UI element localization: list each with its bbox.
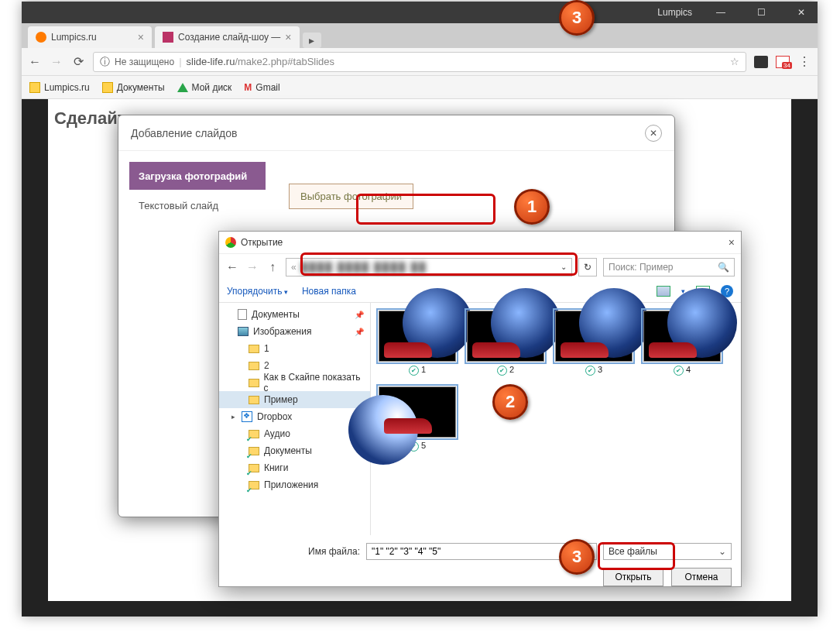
folder-sync-icon	[249, 464, 259, 472]
url-host: slide-life.ru	[187, 56, 235, 67]
favicon-icon	[163, 32, 173, 43]
window-title: Lumpics	[657, 7, 692, 18]
image-icon	[238, 327, 249, 336]
file-thumb-4[interactable]: 4	[643, 311, 721, 376]
folder-sync-icon	[249, 481, 259, 489]
tree-docs2[interactable]: Документы	[219, 442, 370, 459]
modal-tab-list: Загрузка фотографий Текстовый слайд	[118, 151, 273, 228]
view-mode-icon[interactable]	[657, 286, 670, 297]
dropbox-icon	[242, 411, 252, 422]
favicon-icon	[36, 32, 46, 43]
tree-folder-example[interactable]: Пример	[219, 391, 370, 408]
url-input[interactable]: ⓘ Не защищено | slide-life.ru/make2.php#…	[93, 52, 746, 72]
file-thumb-2[interactable]: 2	[467, 311, 544, 376]
browser-tabstrip: Lumpics.ru × Создание слайд-шоу — × ▸	[22, 23, 818, 48]
browser-tab-1[interactable]: Lumpics.ru ×	[28, 26, 152, 48]
cancel-button[interactable]: Отмена	[671, 568, 732, 586]
file-type-select[interactable]: Все файлы	[603, 543, 732, 560]
modal-header: Добавление слайдов ✕	[118, 115, 674, 151]
file-thumbnails: 1 2 3 4 5	[371, 303, 741, 535]
window-minimize[interactable]: —	[709, 7, 732, 18]
extension-icon[interactable]	[754, 56, 768, 68]
star-icon[interactable]: ☆	[730, 56, 739, 67]
filename-label: Имя файла:	[228, 546, 360, 557]
tab-upload-photos[interactable]: Загрузка фотографий	[129, 162, 266, 190]
nav-forward-icon[interactable]: →	[245, 260, 259, 274]
nav-up-icon[interactable]: ↑	[266, 260, 279, 274]
tree-folder-skype[interactable]: Как в Скайпе показать с	[219, 374, 370, 391]
gmail-icon: M	[244, 82, 252, 93]
refresh-button[interactable]: ↻	[578, 258, 597, 276]
folder-sync-icon	[249, 447, 259, 455]
tree-folder-1[interactable]: 1	[219, 340, 370, 357]
search-icon: 🔍	[718, 262, 729, 273]
window-titlebar: Lumpics — ☐ ✕	[22, 2, 818, 23]
choose-photos-button[interactable]: Выбрать фотографии	[289, 184, 413, 209]
nav-forward-icon[interactable]: →	[50, 55, 63, 69]
modal-close-button[interactable]: ✕	[645, 125, 662, 142]
tree-dropbox[interactable]: ▸Dropbox	[219, 408, 370, 425]
gmail-badge: 34	[782, 62, 792, 69]
dialog-nav: ← → ↑ « ████ ████ ████ ██ ⌄ ↻ Поиск: При…	[219, 253, 741, 280]
window-maximize[interactable]: ☐	[749, 7, 773, 18]
folder-icon	[249, 345, 259, 353]
dialog-toolbar: Упорядочить Новая папка ▾ ?	[219, 280, 741, 303]
tab-text-slide[interactable]: Текстовый слайд	[129, 191, 266, 219]
tab-label: Создание слайд-шоу —	[178, 32, 280, 43]
pin-icon: 📌	[355, 328, 364, 336]
tree-books[interactable]: Книги	[219, 459, 370, 476]
dialog-footer: Имя файла: Все файлы Открыть Отмена	[219, 535, 741, 594]
security-label: Не защищено	[115, 57, 174, 67]
tab-close-icon[interactable]: ×	[285, 31, 291, 43]
tree-audio[interactable]: Аудио	[219, 425, 370, 442]
breadcrumb-path[interactable]: « ████ ████ ████ ██ ⌄	[286, 258, 572, 276]
modal-main: Выбрать фотографии	[273, 151, 674, 228]
pin-icon: 📌	[355, 311, 364, 319]
folder-icon	[249, 362, 259, 370]
modal-title: Добавление слайдов	[131, 127, 237, 139]
folder-icon	[29, 82, 40, 93]
address-bar: ← → ⟳ ⓘ Не защищено | slide-life.ru/make…	[22, 48, 818, 76]
file-thumb-3[interactable]: 3	[555, 311, 633, 376]
tab-label: Lumpics.ru	[51, 32, 97, 43]
annotation-badge-3: 3	[559, 0, 595, 36]
tree-images[interactable]: Изображения📌	[219, 323, 370, 340]
file-thumb-5[interactable]: 5	[379, 386, 456, 452]
window-close[interactable]: ✕	[790, 7, 813, 18]
chevron-down-icon[interactable]: ⌄	[561, 263, 567, 271]
annotation-badge-1: 1	[514, 189, 550, 225]
search-placeholder: Поиск: Пример	[609, 262, 674, 273]
new-folder-button[interactable]: Новая папка	[302, 286, 356, 297]
dialog-titlebar: Открытие ×	[219, 232, 741, 253]
folder-icon	[249, 396, 259, 404]
chrome-icon	[225, 237, 236, 248]
security-icon: ⓘ	[100, 55, 110, 69]
browser-menu-icon[interactable]: ⋮	[797, 54, 811, 69]
organize-menu[interactable]: Упорядочить	[227, 286, 288, 297]
annotation-badge-2: 2	[492, 384, 528, 420]
bookmark-item[interactable]: Документы	[102, 82, 165, 93]
nav-reload-icon[interactable]: ⟳	[71, 54, 85, 69]
gmail-extension-icon[interactable]: 34	[776, 56, 790, 68]
nav-back-icon[interactable]: ←	[28, 55, 42, 69]
file-thumb-1[interactable]: 1	[379, 311, 456, 376]
browser-tab-2[interactable]: Создание слайд-шоу — ×	[155, 26, 300, 48]
dialog-title: Открытие	[241, 237, 283, 248]
bookmark-item[interactable]: MGmail	[244, 82, 279, 93]
bookmark-item[interactable]: Мой диск	[177, 82, 232, 93]
annotation-badge-3b: 3	[559, 539, 595, 575]
tree-apps[interactable]: Приложения	[219, 476, 370, 493]
bookmark-item[interactable]: Lumpics.ru	[29, 82, 90, 93]
open-button[interactable]: Открыть	[603, 568, 663, 586]
tab-close-icon[interactable]: ×	[138, 31, 144, 43]
file-open-dialog: Открытие × ← → ↑ « ████ ████ ████ ██ ⌄ ↻…	[218, 231, 742, 587]
new-tab-button[interactable]: ▸	[303, 33, 321, 48]
search-input[interactable]: Поиск: Пример 🔍	[603, 258, 735, 276]
dialog-close-button[interactable]: ×	[729, 236, 735, 249]
bookmarks-bar: Lumpics.ru Документы Мой диск MGmail	[22, 76, 818, 99]
folder-icon	[249, 379, 259, 387]
nav-back-icon[interactable]: ←	[225, 260, 239, 274]
folder-tree: Документы📌 Изображения📌 1 2 Как в Скайпе…	[219, 303, 371, 535]
tree-documents[interactable]: Документы📌	[219, 306, 370, 323]
folder-sync-icon	[249, 430, 259, 438]
